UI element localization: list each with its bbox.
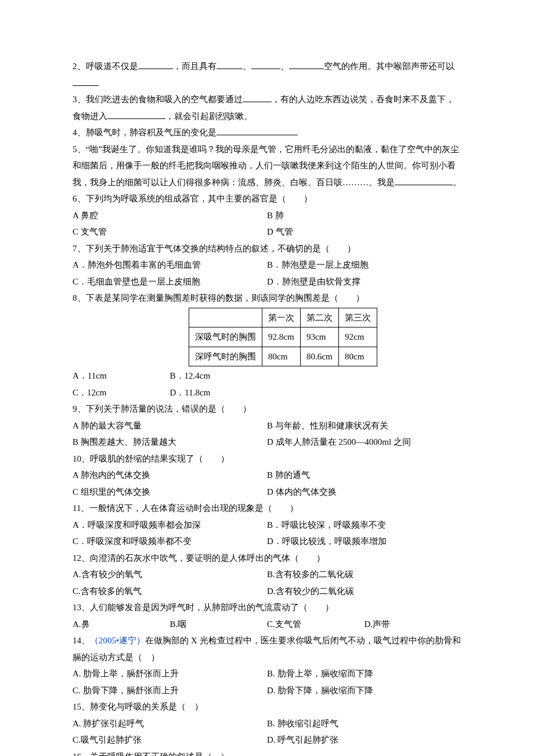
source-link[interactable]: （2005•遂宁） [90, 636, 145, 645]
table-cell: 93cm [301, 327, 339, 347]
question-13-options: A.鼻 B.咽 C.支气管 D.声带 [73, 616, 461, 633]
question-7-options: A．肺泡外包围着丰富的毛细血管 B．肺泡壁是一层上皮细胞 C．毛细血管壁也是一层… [73, 257, 461, 290]
q4-text: 4、肺吸气时，肺容积及气压的变化是 [73, 128, 217, 137]
blank [138, 60, 173, 69]
table-cell: 80cm [262, 347, 301, 366]
table-header: 第一次 [262, 308, 301, 327]
row-label: 深吸气时的胸围 [189, 327, 262, 347]
question-6-stem: 6、下列均为呼吸系统的组成器官，其中主要的器官是（ ） [73, 190, 461, 207]
question-14-options: A. 肋骨上举，膈舒张而上升 B. 肋骨上举，膈收缩而下降 C. 肋骨下降，膈舒… [73, 665, 461, 699]
q3-text: 3、我们吃进去的食物和吸入的空气都要通过 [73, 95, 243, 104]
table-header: 第三次 [339, 308, 377, 327]
option-c: C.吸气引起肺扩张 [73, 732, 267, 748]
option-c: C.含有较多的氧气 [73, 583, 267, 600]
question-15-stem: 15、肺变化与呼吸的关系是（ ） [73, 699, 461, 715]
question-8-options: A．11cm B．12.4cm C．12cm D．11.8cm [73, 368, 267, 401]
question-12-options: A.含有较少的氧气 B.含有较多的二氧化碳 C.含有较多的氧气 D.含有较少的二… [73, 566, 461, 599]
blank [289, 60, 324, 69]
option-a: A．11cm [73, 368, 170, 384]
question-15-options: A. 肺扩张引起呼气 B. 肺收缩引起呼气 C.吸气引起肺扩张 D. 呼气引起肺… [73, 715, 461, 748]
option-a: A. 肋骨上举，膈舒张而上升 [73, 665, 267, 682]
table-header: 第二次 [301, 308, 339, 327]
option-a: A．肺泡外包围着丰富的毛细血管 [73, 257, 267, 273]
table-row: 深吸气时的胸围 92.8cm 93cm 92cm [189, 327, 377, 347]
option-b: B．呼吸比较深，呼吸频率不变 [267, 517, 461, 534]
option-d: D 体内的气体交换 [267, 484, 461, 501]
question-13-stem: 13、人们能够发音是因为呼气时，从肺部呼出的气流震动了（ ） [73, 599, 461, 616]
option-b: B．肺泡壁是一层上皮细胞 [267, 257, 461, 273]
q2-text: 、 [280, 62, 289, 71]
option-c: C．呼吸深度和呼吸频率都不变 [73, 533, 267, 550]
blank [395, 176, 453, 185]
option-c: C.支气管 [267, 616, 365, 633]
q2-text: 、 [243, 62, 251, 71]
option-c: C 支气管 [73, 224, 267, 240]
table-cell: 80cm [339, 347, 377, 366]
option-b: B. 肺收缩引起呼气 [267, 715, 461, 732]
blank [73, 77, 99, 86]
question-2: 2、呼吸道不仅是，而且具有、、空气的作用。其中喉部声带还可以 [73, 58, 461, 91]
option-a: A 肺的最大容气量 [73, 417, 267, 434]
blank [243, 93, 272, 102]
blank [217, 126, 298, 135]
question-10-stem: 10、呼吸肌的舒缩的结果实现了（ ） [73, 451, 461, 467]
question-9-options: A 肺的最大容气量 B 与年龄、性别和健康状况有关 B 胸围差越大、肺活量越大 … [73, 417, 461, 451]
row-label: 深呼气时的胸围 [189, 347, 262, 366]
question-14-stem: 14、（2005•遂宁）在做胸部的 X 光检查过程中，医生要求你吸气后闭气不动，… [73, 632, 461, 665]
option-b: B.咽 [170, 616, 268, 633]
option-a: A.含有较少的氧气 [73, 566, 267, 583]
question-7-stem: 7、下列关于肺泡适宜于气体交换的结构特点的叙述，不确切的是（ ） [73, 240, 461, 257]
option-d: D．11.8cm [170, 384, 268, 401]
question-9-stem: 9、下列关于肺活量的说法，错误的是（ ） [73, 401, 461, 417]
option-c: C．12cm [73, 384, 170, 401]
blank [107, 110, 165, 119]
question-11-stem: 11、一般情况下，人在体育运动时会出现的现象是（ ） [73, 500, 461, 517]
table-cell: 80.6cm [301, 347, 339, 366]
option-d: D 气管 [267, 224, 461, 240]
option-c: B 胸围差越大、肺活量越大 [73, 434, 267, 451]
option-b: B. 肋骨上举，膈收缩而下降 [267, 665, 461, 682]
question-4: 4、肺吸气时，肺容积及气压的变化是 [73, 124, 461, 141]
q8-data-table: 第一次 第二次 第三次 深吸气时的胸围 92.8cm 93cm 92cm 深呼气… [189, 308, 377, 367]
blank [251, 60, 280, 69]
option-b: B 肺 [267, 207, 461, 224]
option-d: D．呼吸比较浅，呼吸频率增加 [267, 533, 461, 550]
table-cell: 92cm [339, 327, 377, 347]
q2-text: 2、呼吸道不仅是 [73, 62, 138, 71]
q14-pre: 14、 [73, 636, 90, 645]
question-11-options: A．呼吸深度和呼吸频率都会加深 B．呼吸比较深，呼吸频率不变 C．呼吸深度和呼吸… [73, 517, 461, 550]
q5-text: 。 [453, 178, 461, 187]
option-d: D. 肋骨下降，膈收缩而下降 [267, 682, 461, 699]
question-16-stem: 16、关于呼吸作用不正确的叙述是（ ） [73, 748, 461, 757]
q2-text: ，而且具有 [173, 62, 217, 71]
option-b: B.含有较多的二氧化碳 [267, 566, 461, 583]
blank [217, 60, 243, 69]
table-cell: 92.8cm [262, 327, 301, 347]
option-b: B 肺的通气 [267, 467, 461, 484]
question-8-stem: 8、下表是某同学在测量胸围差时获得的数据，则该同学的胸围差是（ ） [73, 290, 461, 307]
option-a: A. 肺扩张引起呼气 [73, 715, 267, 732]
option-c: C 组织里的气体交换 [73, 484, 267, 501]
option-a: A.鼻 [73, 616, 170, 633]
option-d: D. 呼气引起肺扩张 [267, 732, 461, 748]
option-d: D.声带 [365, 616, 462, 633]
table-row: 第一次 第二次 第三次 [189, 308, 377, 327]
q3-text: ，就会引起剧烈咳嗽。 [165, 111, 252, 121]
option-c: C．毛细血管壁也是一层上皮细胞 [73, 273, 267, 290]
option-d: D.含有较少的二氧化碳 [267, 583, 461, 600]
option-b: B 与年龄、性别和健康状况有关 [267, 417, 461, 434]
option-b: B．12.4cm [170, 368, 268, 384]
option-d: D．肺泡壁是由软骨支撑 [267, 273, 461, 290]
option-c: C. 肋骨下降，膈舒张而上升 [73, 682, 267, 699]
option-a: A 肺泡内的气体交换 [73, 467, 267, 484]
q2-text: 空气的作用。其中喉部声带还可以 [324, 62, 454, 71]
option-a: A．呼吸深度和呼吸频率都会加深 [73, 517, 267, 534]
table-row: 深呼气时的胸围 80cm 80.6cm 80cm [189, 347, 377, 366]
question-10-options: A 肺泡内的气体交换 B 肺的通气 C 组织里的气体交换 D 体内的气体交换 [73, 467, 461, 500]
option-d: D 成年人肺活量在 2500—4000ml 之间 [267, 434, 461, 451]
question-3: 3、我们吃进去的食物和吸入的空气都要通过，有的人边吃东西边说笑，吞食时来不及盖下… [73, 91, 461, 124]
question-5: 5、“啪”我诞生了。你知道我是谁吗？我的母亲是气管，它用纤毛分泌出的黏液，黏住了… [73, 141, 461, 191]
question-12-stem: 12、向澄清的石灰水中吹气，要证明的是人体呼出的气体（ ） [73, 550, 461, 567]
question-6-options: A 鼻腔 B 肺 C 支气管 D 气管 [73, 207, 461, 240]
table-header [189, 308, 262, 327]
